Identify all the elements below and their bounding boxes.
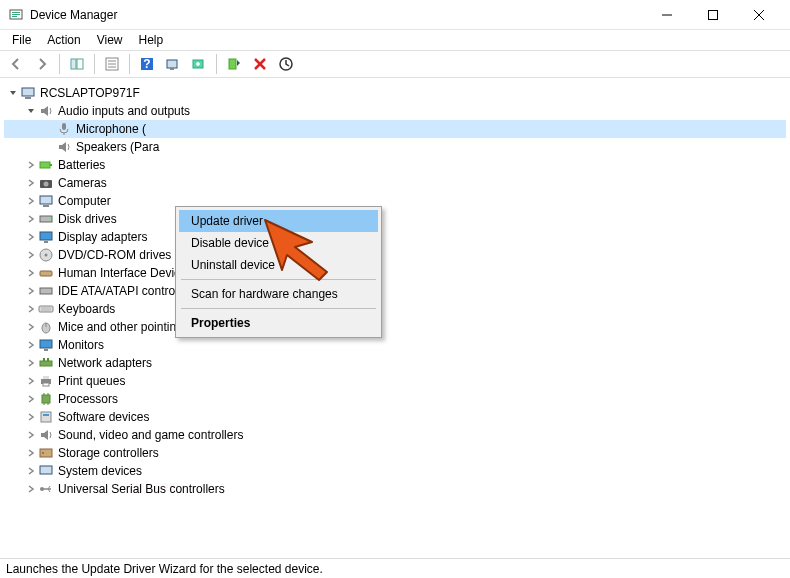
disk-icon: [38, 211, 54, 227]
microphone-icon: [56, 121, 72, 137]
tree-item-audio[interactable]: Audio inputs and outputs: [4, 102, 786, 120]
scan-button[interactable]: [161, 52, 185, 76]
tree-label: Network adapters: [58, 356, 152, 370]
chevron-right-icon[interactable]: [24, 212, 38, 226]
app-icon: [8, 7, 24, 23]
chevron-right-icon[interactable]: [24, 248, 38, 262]
tree-item-system[interactable]: System devices: [4, 462, 786, 480]
chevron-right-icon[interactable]: [24, 446, 38, 460]
battery-icon: [38, 157, 54, 173]
tree-item-disk-drives[interactable]: Disk drives: [4, 210, 786, 228]
chevron-right-icon[interactable]: [24, 482, 38, 496]
tree-item-batteries[interactable]: Batteries: [4, 156, 786, 174]
tree-item-dvd[interactable]: DVD/CD-ROM drives: [4, 246, 786, 264]
tree-item-microphone[interactable]: Microphone (: [4, 120, 786, 138]
tree-root[interactable]: RCSLAPTOP971F: [4, 84, 786, 102]
tree-item-keyboards[interactable]: Keyboards: [4, 300, 786, 318]
device-tree[interactable]: RCSLAPTOP971F Audio inputs and outputs M…: [0, 78, 790, 554]
svg-rect-40: [40, 288, 52, 294]
tree-item-processors[interactable]: Processors: [4, 390, 786, 408]
ctx-update-driver[interactable]: Update driver: [179, 210, 378, 232]
ctx-separator: [181, 308, 376, 309]
close-button[interactable]: [736, 0, 782, 30]
chevron-right-icon[interactable]: [24, 392, 38, 406]
svg-text:?: ?: [143, 57, 150, 71]
tree-item-software[interactable]: Software devices: [4, 408, 786, 426]
menu-view[interactable]: View: [89, 31, 131, 49]
tree-item-hid[interactable]: Human Interface Devices: [4, 264, 786, 282]
svg-rect-5: [709, 10, 718, 19]
chevron-right-icon[interactable]: [24, 374, 38, 388]
tree-item-monitors[interactable]: Monitors: [4, 336, 786, 354]
chevron-right-icon[interactable]: [24, 320, 38, 334]
chevron-right-icon[interactable]: [24, 464, 38, 478]
speaker-icon: [38, 427, 54, 443]
menu-file[interactable]: File: [4, 31, 39, 49]
svg-rect-41: [39, 306, 53, 312]
toolbar-separator: [216, 54, 217, 74]
tree-item-speakers[interactable]: Speakers (Para: [4, 138, 786, 156]
tree-label: Software devices: [58, 410, 149, 424]
toolbar-separator: [94, 54, 95, 74]
svg-rect-8: [71, 59, 76, 69]
svg-rect-47: [44, 349, 48, 351]
chevron-right-icon[interactable]: [24, 194, 38, 208]
ctx-uninstall-device[interactable]: Uninstall device: [179, 254, 378, 276]
tree-label: Computer: [58, 194, 111, 208]
svg-rect-24: [25, 97, 31, 99]
show-hide-button[interactable]: [65, 52, 89, 76]
tree-item-ide[interactable]: IDE ATA/ATAPI controllers: [4, 282, 786, 300]
forward-button[interactable]: [30, 52, 54, 76]
chevron-right-icon[interactable]: [24, 302, 38, 316]
menu-help[interactable]: Help: [131, 31, 172, 49]
svg-rect-27: [40, 162, 50, 168]
chevron-down-icon[interactable]: [24, 104, 38, 118]
tree-item-mice[interactable]: Mice and other pointing devices: [4, 318, 786, 336]
tree-item-print[interactable]: Print queues: [4, 372, 786, 390]
chevron-right-icon[interactable]: [24, 266, 38, 280]
tree-item-usb[interactable]: Universal Serial Bus controllers: [4, 480, 786, 498]
enable-button[interactable]: [222, 52, 246, 76]
ctx-disable-device[interactable]: Disable device: [179, 232, 378, 254]
tree-label: Processors: [58, 392, 118, 406]
ctx-scan[interactable]: Scan for hardware changes: [179, 283, 378, 305]
tree-label: Human Interface Devices: [58, 266, 193, 280]
chevron-down-icon[interactable]: [6, 86, 20, 100]
minimize-button[interactable]: [644, 0, 690, 30]
chevron-right-icon[interactable]: [24, 230, 38, 244]
scan-hardware-button[interactable]: [274, 52, 298, 76]
chevron-right-icon[interactable]: [24, 428, 38, 442]
chevron-right-icon[interactable]: [24, 356, 38, 370]
uninstall-button[interactable]: [248, 52, 272, 76]
network-icon: [38, 355, 54, 371]
maximize-button[interactable]: [690, 0, 736, 30]
tree-item-network[interactable]: Network adapters: [4, 354, 786, 372]
tree-item-computer[interactable]: Computer: [4, 192, 786, 210]
tree-label: Disk drives: [58, 212, 117, 226]
tree-label: Speakers (Para: [76, 140, 159, 154]
camera-icon: [38, 175, 54, 191]
svg-rect-61: [40, 449, 52, 457]
tree-item-display[interactable]: Display adapters: [4, 228, 786, 246]
update-driver-button[interactable]: [187, 52, 211, 76]
svg-rect-60: [43, 414, 49, 416]
svg-rect-35: [40, 232, 52, 240]
svg-rect-49: [43, 358, 45, 361]
svg-rect-32: [43, 205, 49, 207]
ctx-properties[interactable]: Properties: [179, 312, 378, 334]
chevron-right-icon[interactable]: [24, 284, 38, 298]
tree-item-cameras[interactable]: Cameras: [4, 174, 786, 192]
properties-button[interactable]: [100, 52, 124, 76]
chevron-right-icon[interactable]: [24, 410, 38, 424]
tree-label: RCSLAPTOP971F: [40, 86, 140, 100]
tree-label: System devices: [58, 464, 142, 478]
chevron-right-icon[interactable]: [24, 338, 38, 352]
back-button[interactable]: [4, 52, 28, 76]
menu-action[interactable]: Action: [39, 31, 88, 49]
chevron-right-icon[interactable]: [24, 158, 38, 172]
tree-item-storage[interactable]: Storage controllers: [4, 444, 786, 462]
toolbar-separator: [129, 54, 130, 74]
tree-item-sound[interactable]: Sound, video and game controllers: [4, 426, 786, 444]
chevron-right-icon[interactable]: [24, 176, 38, 190]
help-button[interactable]: ?: [135, 52, 159, 76]
